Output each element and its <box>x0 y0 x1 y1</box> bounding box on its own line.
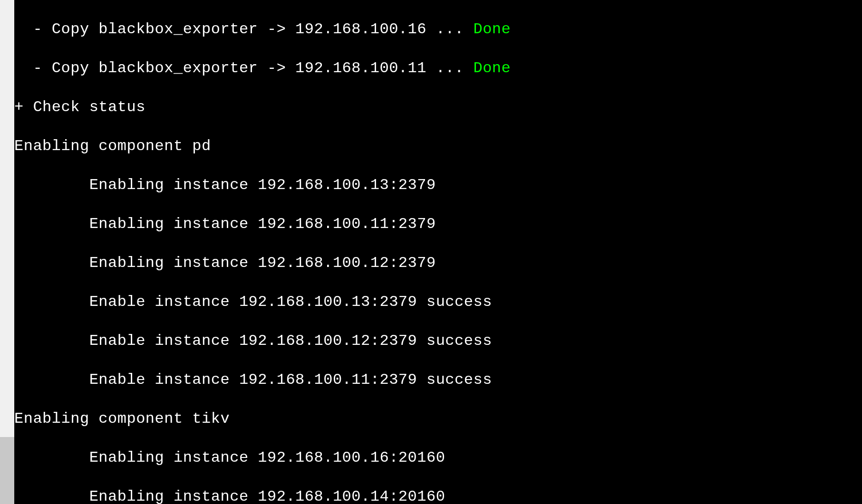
terminal-output: - Copy blackbox_exporter -> 192.168.100.… <box>14 0 862 504</box>
enabling-component-line: Enabling component pd <box>14 136 862 156</box>
copy-prefix: - Copy blackbox_exporter -> 192.168.100.… <box>14 59 473 77</box>
enabling-instance-line: Enabling instance 192.168.100.16:20160 <box>14 448 862 467</box>
scrollbar-track[interactable] <box>0 0 14 504</box>
enable-success-line: Enable instance 192.168.100.12:2379 succ… <box>14 331 862 351</box>
enabling-component-line: Enabling component tikv <box>14 409 862 428</box>
check-status-line: + Check status <box>14 97 862 117</box>
copy-line: - Copy blackbox_exporter -> 192.168.100.… <box>14 19 862 39</box>
enabling-instance-line: Enabling instance 192.168.100.13:2379 <box>14 175 862 195</box>
status-done: Done <box>473 59 511 77</box>
copy-prefix: - Copy blackbox_exporter -> 192.168.100.… <box>14 20 473 38</box>
enabling-instance-line: Enabling instance 192.168.100.12:2379 <box>14 253 862 273</box>
enabling-instance-line: Enabling instance 192.168.100.11:2379 <box>14 214 862 234</box>
scrollbar-thumb[interactable] <box>0 437 14 504</box>
status-done: Done <box>473 20 511 38</box>
copy-line: - Copy blackbox_exporter -> 192.168.100.… <box>14 58 862 78</box>
enable-success-line: Enable instance 192.168.100.13:2379 succ… <box>14 292 862 312</box>
enabling-instance-line: Enabling instance 192.168.100.14:20160 <box>14 487 862 504</box>
enable-success-line: Enable instance 192.168.100.11:2379 succ… <box>14 370 862 390</box>
